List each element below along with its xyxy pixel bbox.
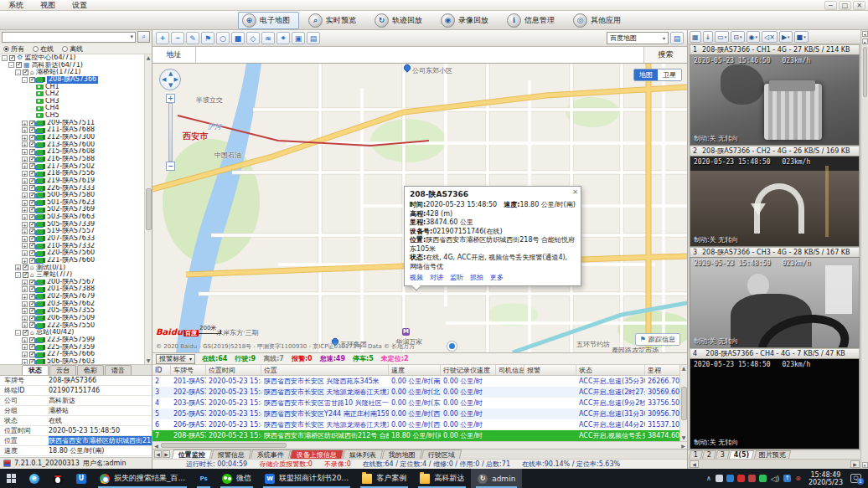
tree-item[interactable]: +505-陕AS7339 — [0, 221, 152, 229]
table-row[interactable]: 6206-陕AS75092020-05-23 15:48:30陕西省西安市长安区… — [152, 419, 687, 430]
pan-down-icon[interactable]: ▼ — [168, 82, 173, 89]
tree-item[interactable]: +223-陕AS7599 — [0, 336, 152, 344]
scroll-up-icon[interactable]: ▲ — [682, 366, 686, 371]
tab-色彩[interactable]: 色彩 — [77, 365, 104, 375]
tree-checkbox[interactable] — [29, 258, 35, 264]
tree-checkbox[interactable] — [29, 308, 35, 314]
tray-green-icon[interactable] — [759, 475, 767, 482]
edge-browser[interactable]: e — [23, 469, 46, 488]
tree-item[interactable]: CH2 — [0, 90, 152, 98]
tabs-scroll-left-icon[interactable]: ◀ — [154, 450, 162, 458]
close-button[interactable]: ✕ — [853, 1, 865, 10]
scrollbar-thumb[interactable] — [161, 443, 287, 448]
tree-checkbox[interactable] — [29, 301, 35, 307]
tree-item[interactable]: +227-陕AS7666 — [0, 351, 152, 358]
tree-checkbox[interactable] — [29, 359, 35, 365]
tree-expander-icon[interactable]: + — [22, 236, 28, 242]
tree-item[interactable]: -⌂三星站(7/7) — [0, 271, 152, 279]
u-browser[interactable]: U — [70, 469, 93, 488]
tree-expander-icon[interactable]: + — [22, 193, 28, 198]
tree-expander-icon[interactable]: + — [22, 280, 28, 285]
radio-0[interactable]: 所有 — [3, 44, 24, 54]
tree-scrollbar[interactable]: ▲ ▼ — [144, 54, 152, 364]
tree-checkbox[interactable] — [29, 344, 35, 350]
tree-expander-icon[interactable]: + — [22, 127, 28, 133]
tree-expander-icon[interactable]: - — [8, 62, 14, 68]
metro-station-icon[interactable]: M — [402, 328, 410, 336]
photoshop[interactable]: Ps — [192, 469, 215, 488]
scrollbar-thumb[interactable] — [681, 387, 687, 420]
tree-item[interactable]: +217-陕AS7502 — [0, 163, 152, 171]
tree-item[interactable]: +202-陕AS7679 — [0, 293, 152, 301]
scrollbar-thumb[interactable] — [146, 188, 152, 230]
tree-checkbox[interactable] — [29, 236, 35, 242]
alarm-tag-filter-button[interactable]: 报警标签 ▾ — [156, 354, 195, 364]
draw-circle-icon[interactable]: ○ — [216, 32, 230, 44]
tree-checkbox[interactable] — [29, 200, 35, 206]
table-row[interactable]: 5205-陕AS73552020-05-23 15:48:48陕西省西安市长安区… — [152, 408, 687, 419]
tree-checkbox[interactable] — [29, 135, 35, 141]
tree-checkbox[interactable] — [29, 178, 35, 184]
tree-item[interactable]: +220-陕AS7560 — [0, 249, 152, 257]
video-stream[interactable]: 2020-05-23 15:48:50023km/h制动:关 无转向 — [690, 257, 860, 348]
layers-icon[interactable]: ▤ — [670, 32, 684, 44]
tab-状态[interactable]: 状态 — [22, 365, 49, 375]
tree-checkbox[interactable] — [29, 77, 35, 83]
table-row[interactable]: 2201-陕AS73882020-05-23 15:48:23陕西省西安市长安区… — [152, 376, 687, 387]
column-header[interactable]: 报警 — [524, 365, 576, 375]
scroll-left-icon[interactable]: ◀ — [152, 443, 160, 449]
tree-item[interactable]: CH5 — [0, 112, 152, 120]
tree-item[interactable]: +211-陕AS7688 — [0, 126, 152, 134]
tree-item[interactable]: +501-陕AS7623 — [0, 199, 152, 207]
tree-expander-icon[interactable]: - — [15, 69, 21, 75]
locate-search-icon[interactable]: ⌖ — [276, 32, 290, 44]
stream-type-icon[interactable]: ⊡▾ — [731, 31, 744, 43]
tree-item[interactable]: +⌂测试(0/1) — [0, 265, 152, 272]
column-header[interactable]: 司机信息 — [496, 365, 524, 375]
bottom-tab-我的地图[interactable]: 我的地图 — [382, 449, 422, 459]
table-vscrollbar[interactable]: ▲ ▼ — [679, 365, 687, 441]
scroll-right-icon[interactable]: ▶ — [850, 460, 860, 468]
video-cell-4[interactable]: 4208-陕AS7366 - CH4 - 4G - 7 KB/S / 47 KB… — [688, 348, 861, 449]
nav-button-track-playback[interactable]: ↻轨迹回放 — [370, 12, 431, 29]
tree-checkbox[interactable] — [29, 141, 35, 147]
tree-item[interactable]: +221-陕AS7660 — [0, 257, 152, 265]
menu-item-2[interactable]: 设置 — [64, 0, 96, 11]
scroll-left-icon[interactable]: ◀ — [690, 460, 699, 468]
tree-item[interactable]: +206-陕AS7509 — [0, 315, 152, 322]
tree-checkbox[interactable] — [29, 316, 35, 321]
taskbar-clock[interactable]: 15:48:49 2020/5/23 — [805, 471, 846, 486]
tree-item[interactable]: +219-陕AS7619 — [0, 177, 152, 185]
tree-checkbox[interactable] — [29, 127, 35, 133]
column-header[interactable]: 行驶记录仪速度 — [441, 365, 496, 375]
scroll-up-icon[interactable]: ▴ — [862, 39, 868, 44]
tree-checkbox[interactable] — [23, 69, 28, 75]
tree-expander-icon[interactable]: + — [15, 265, 21, 270]
draw-polyline-icon[interactable]: ≈ — [261, 32, 275, 44]
tree-expander-icon[interactable]: + — [22, 243, 28, 249]
map-zoom-in-button[interactable]: + — [166, 94, 175, 103]
tree-expander-icon[interactable]: + — [22, 258, 28, 264]
tree-expander-icon[interactable]: + — [22, 301, 28, 307]
table-hscrollbar[interactable]: ◀ ▶ — [152, 441, 687, 449]
pan-up-icon[interactable]: ▲ — [168, 70, 173, 77]
tree-expander-icon[interactable]: + — [22, 121, 28, 126]
nav-button-other-apps[interactable]: ◎其他应用 — [569, 12, 630, 29]
zoom-slider[interactable] — [168, 103, 173, 162]
marker-flag-icon[interactable]: ⚑ — [201, 32, 214, 44]
nav-button-map-globe[interactable]: ⊕电子地图 — [238, 12, 299, 29]
tree-item[interactable]: +500-陕AS7580 — [0, 192, 152, 199]
pan-left-icon[interactable]: ◀ — [162, 76, 166, 83]
scrollbar-thumb[interactable] — [863, 47, 867, 97]
scroll-down-icon[interactable]: ▼ — [682, 435, 686, 440]
tree-expander-icon[interactable]: + — [22, 322, 28, 328]
scroll-down-icon[interactable]: ▼ — [147, 358, 151, 363]
scroll-up-icon[interactable]: ▲ — [147, 55, 151, 60]
property-value[interactable]: 陕西省西安市灞桥区纺织城西街218号 合能铂悦府东105米 — [49, 436, 152, 445]
tree-expander-icon[interactable]: + — [22, 185, 28, 191]
tree-checkbox[interactable] — [29, 185, 35, 191]
tree-expander-icon[interactable]: + — [22, 178, 28, 184]
popup-link-更多[interactable]: 更多 — [490, 273, 504, 282]
tree-item[interactable]: +218-陕AS7556 — [0, 170, 152, 177]
column-header[interactable]: 位置时间 — [206, 365, 261, 375]
